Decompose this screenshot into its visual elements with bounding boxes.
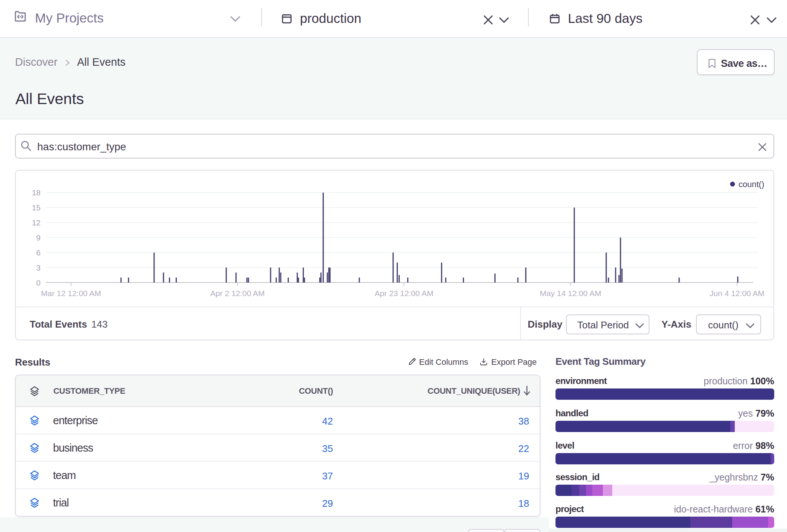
svg-text:3: 3 xyxy=(36,263,41,272)
svg-text:count(): count() xyxy=(739,180,764,189)
svg-text:Jun 4 12:00 AM: Jun 4 12:00 AM xyxy=(710,289,764,298)
svg-text:Apr 2 12:00 AM: Apr 2 12:00 AM xyxy=(210,289,265,298)
svg-text:0: 0 xyxy=(36,278,41,287)
svg-text:15: 15 xyxy=(32,203,41,212)
svg-text:May 14 12:00 AM: May 14 12:00 AM xyxy=(540,289,601,298)
svg-text:Mar 12 12:00 AM: Mar 12 12:00 AM xyxy=(41,289,101,298)
svg-text:18: 18 xyxy=(32,188,41,197)
svg-text:12: 12 xyxy=(32,218,41,227)
svg-text:9: 9 xyxy=(36,233,41,242)
svg-text:6: 6 xyxy=(36,248,41,257)
svg-text:Apr 23 12:00 AM: Apr 23 12:00 AM xyxy=(375,289,433,298)
